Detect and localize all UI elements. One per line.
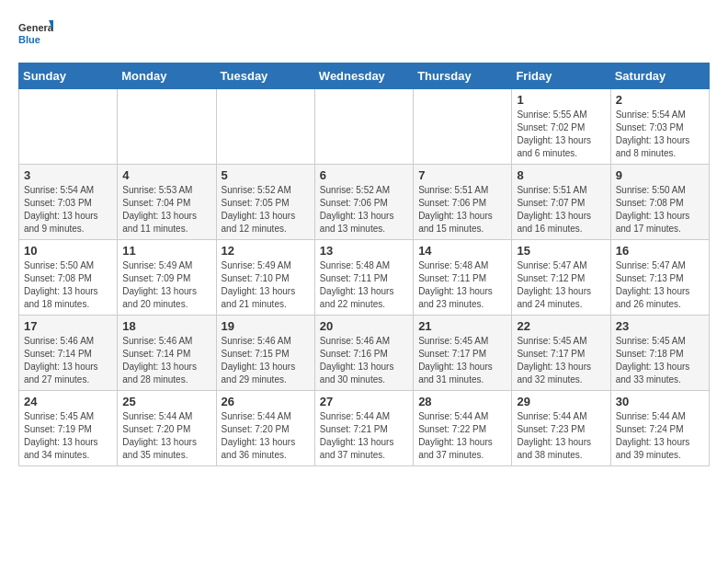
day-number: 14 [418, 244, 506, 258]
day-number: 4 [122, 168, 210, 182]
day-info: Sunrise: 5:48 AMSunset: 7:11 PMDaylight:… [418, 259, 506, 311]
day-info: Sunrise: 5:44 AMSunset: 7:23 PMDaylight:… [517, 410, 605, 462]
day-info: Sunrise: 5:50 AMSunset: 7:08 PMDaylight:… [616, 184, 704, 236]
calendar-cell: 19Sunrise: 5:46 AMSunset: 7:15 PMDayligh… [216, 316, 314, 391]
calendar-cell: 27Sunrise: 5:44 AMSunset: 7:21 PMDayligh… [314, 391, 413, 466]
calendar-week-row: 17Sunrise: 5:46 AMSunset: 7:14 PMDayligh… [19, 316, 710, 391]
day-info: Sunrise: 5:48 AMSunset: 7:11 PMDaylight:… [320, 259, 408, 311]
calendar-cell: 7Sunrise: 5:51 AMSunset: 7:06 PMDaylight… [414, 165, 512, 240]
day-number: 15 [517, 244, 605, 258]
day-info: Sunrise: 5:54 AMSunset: 7:03 PMDaylight:… [616, 109, 704, 160]
day-info: Sunrise: 5:49 AMSunset: 7:09 PMDaylight:… [122, 259, 210, 311]
weekday-header: Wednesday [314, 63, 413, 89]
calendar-cell: 6Sunrise: 5:52 AMSunset: 7:06 PMDaylight… [314, 165, 413, 240]
calendar-cell [216, 89, 314, 165]
calendar-cell: 5Sunrise: 5:52 AMSunset: 7:05 PMDaylight… [216, 165, 314, 240]
day-info: Sunrise: 5:46 AMSunset: 7:14 PMDaylight:… [24, 335, 112, 386]
day-number: 22 [517, 319, 605, 333]
day-number: 20 [320, 319, 408, 333]
svg-text:General: General [18, 22, 53, 33]
day-number: 28 [418, 395, 506, 408]
calendar-cell: 15Sunrise: 5:47 AMSunset: 7:12 PMDayligh… [512, 240, 610, 316]
weekday-header: Friday [512, 63, 610, 89]
calendar-table: SundayMondayTuesdayWednesdayThursdayFrid… [18, 63, 710, 466]
calendar-cell: 20Sunrise: 5:46 AMSunset: 7:16 PMDayligh… [314, 316, 413, 391]
day-info: Sunrise: 5:53 AMSunset: 7:04 PMDaylight:… [122, 184, 210, 236]
weekday-header: Saturday [610, 63, 709, 89]
day-info: Sunrise: 5:54 AMSunset: 7:03 PMDaylight:… [24, 184, 112, 236]
calendar-cell: 12Sunrise: 5:49 AMSunset: 7:10 PMDayligh… [216, 240, 314, 316]
calendar-cell: 18Sunrise: 5:46 AMSunset: 7:14 PMDayligh… [118, 316, 216, 391]
day-info: Sunrise: 5:47 AMSunset: 7:13 PMDaylight:… [616, 259, 704, 311]
day-info: Sunrise: 5:44 AMSunset: 7:24 PMDaylight:… [616, 410, 704, 462]
day-number: 2 [616, 93, 704, 107]
day-number: 10 [24, 244, 112, 258]
calendar-cell [118, 89, 216, 165]
day-number: 9 [616, 168, 704, 182]
day-number: 23 [616, 319, 704, 333]
day-number: 18 [122, 319, 210, 333]
day-number: 19 [222, 319, 310, 333]
day-number: 7 [418, 168, 506, 182]
weekday-header: Tuesday [216, 63, 314, 89]
calendar-week-row: 1Sunrise: 5:55 AMSunset: 7:02 PMDaylight… [19, 89, 710, 165]
day-number: 13 [320, 244, 408, 258]
day-number: 1 [517, 93, 605, 107]
day-info: Sunrise: 5:44 AMSunset: 7:21 PMDaylight:… [320, 410, 408, 462]
day-number: 16 [616, 244, 704, 258]
day-info: Sunrise: 5:49 AMSunset: 7:10 PMDaylight:… [222, 259, 310, 311]
day-info: Sunrise: 5:45 AMSunset: 7:18 PMDaylight:… [616, 335, 704, 386]
day-info: Sunrise: 5:44 AMSunset: 7:20 PMDaylight:… [222, 410, 310, 462]
calendar-cell [414, 89, 512, 165]
calendar-cell: 1Sunrise: 5:55 AMSunset: 7:02 PMDaylight… [512, 89, 610, 165]
day-number: 3 [24, 168, 112, 182]
calendar-cell [314, 89, 413, 165]
day-number: 30 [616, 395, 704, 408]
calendar-week-row: 10Sunrise: 5:50 AMSunset: 7:08 PMDayligh… [19, 240, 710, 316]
calendar-cell: 24Sunrise: 5:45 AMSunset: 7:19 PMDayligh… [19, 391, 118, 466]
day-info: Sunrise: 5:45 AMSunset: 7:17 PMDaylight:… [517, 335, 605, 386]
day-number: 8 [517, 168, 605, 182]
calendar-cell [19, 89, 118, 165]
day-info: Sunrise: 5:47 AMSunset: 7:12 PMDaylight:… [517, 259, 605, 311]
logo-icon: General Blue [18, 18, 53, 53]
day-info: Sunrise: 5:46 AMSunset: 7:15 PMDaylight:… [222, 335, 310, 386]
calendar-cell: 14Sunrise: 5:48 AMSunset: 7:11 PMDayligh… [414, 240, 512, 316]
day-info: Sunrise: 5:50 AMSunset: 7:08 PMDaylight:… [24, 259, 112, 311]
day-number: 21 [418, 319, 506, 333]
calendar-cell: 13Sunrise: 5:48 AMSunset: 7:11 PMDayligh… [314, 240, 413, 316]
calendar-cell: 16Sunrise: 5:47 AMSunset: 7:13 PMDayligh… [610, 240, 709, 316]
day-number: 12 [222, 244, 310, 258]
day-info: Sunrise: 5:51 AMSunset: 7:07 PMDaylight:… [517, 184, 605, 236]
weekday-header: Monday [118, 63, 216, 89]
weekday-header: Sunday [19, 63, 118, 89]
day-info: Sunrise: 5:52 AMSunset: 7:05 PMDaylight:… [222, 184, 310, 236]
calendar-cell: 30Sunrise: 5:44 AMSunset: 7:24 PMDayligh… [610, 391, 709, 466]
calendar-cell: 22Sunrise: 5:45 AMSunset: 7:17 PMDayligh… [512, 316, 610, 391]
logo: General Blue [18, 18, 53, 53]
weekday-header-row: SundayMondayTuesdayWednesdayThursdayFrid… [19, 63, 710, 89]
day-info: Sunrise: 5:55 AMSunset: 7:02 PMDaylight:… [517, 109, 605, 160]
day-info: Sunrise: 5:52 AMSunset: 7:06 PMDaylight:… [320, 184, 408, 236]
calendar-cell: 2Sunrise: 5:54 AMSunset: 7:03 PMDaylight… [610, 89, 709, 165]
day-number: 6 [320, 168, 408, 182]
calendar-cell: 10Sunrise: 5:50 AMSunset: 7:08 PMDayligh… [19, 240, 118, 316]
calendar-week-row: 24Sunrise: 5:45 AMSunset: 7:19 PMDayligh… [19, 391, 710, 466]
calendar-cell: 21Sunrise: 5:45 AMSunset: 7:17 PMDayligh… [414, 316, 512, 391]
day-info: Sunrise: 5:45 AMSunset: 7:19 PMDaylight:… [24, 410, 112, 462]
weekday-header: Thursday [414, 63, 512, 89]
calendar-cell: 26Sunrise: 5:44 AMSunset: 7:20 PMDayligh… [216, 391, 314, 466]
calendar-cell: 4Sunrise: 5:53 AMSunset: 7:04 PMDaylight… [118, 165, 216, 240]
calendar-cell: 3Sunrise: 5:54 AMSunset: 7:03 PMDaylight… [19, 165, 118, 240]
day-info: Sunrise: 5:44 AMSunset: 7:20 PMDaylight:… [122, 410, 210, 462]
day-number: 17 [24, 319, 112, 333]
calendar-cell: 9Sunrise: 5:50 AMSunset: 7:08 PMDaylight… [610, 165, 709, 240]
day-number: 25 [122, 395, 210, 408]
day-number: 29 [517, 395, 605, 408]
day-number: 26 [222, 395, 310, 408]
calendar-cell: 23Sunrise: 5:45 AMSunset: 7:18 PMDayligh… [610, 316, 709, 391]
day-info: Sunrise: 5:46 AMSunset: 7:14 PMDaylight:… [122, 335, 210, 386]
day-number: 5 [222, 168, 310, 182]
day-info: Sunrise: 5:46 AMSunset: 7:16 PMDaylight:… [320, 335, 408, 386]
svg-text:Blue: Blue [18, 34, 40, 45]
